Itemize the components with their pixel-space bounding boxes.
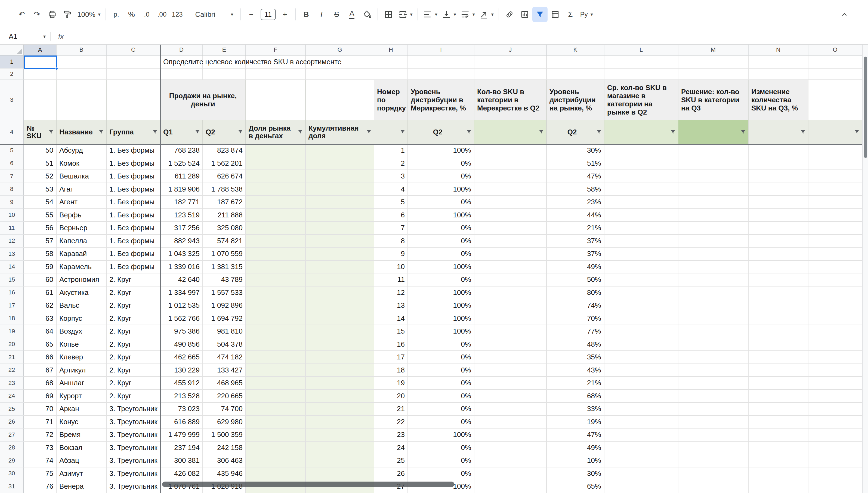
cell-J7[interactable] xyxy=(474,170,547,183)
cell-G7[interactable] xyxy=(306,170,374,183)
cell-E24[interactable]: 220 665 xyxy=(203,390,246,403)
paint-format-button[interactable] xyxy=(60,7,75,22)
cell-H10[interactable]: 6 xyxy=(374,209,408,222)
more-formats-button[interactable]: 123 xyxy=(170,7,185,22)
cell-C29[interactable]: 3. Треугольник xyxy=(107,454,160,467)
cell-N29[interactable] xyxy=(748,454,808,467)
cell-B10[interactable]: Верфь xyxy=(57,209,107,222)
row-header-18[interactable]: 18 xyxy=(0,312,24,325)
cell-O22[interactable] xyxy=(808,364,862,377)
cell-O16[interactable] xyxy=(808,286,862,300)
cell-M25[interactable] xyxy=(678,403,748,416)
cell-K25[interactable]: 33% xyxy=(547,403,604,416)
cell-K18[interactable]: 70% xyxy=(547,312,604,325)
cell-F12[interactable] xyxy=(246,235,306,248)
column-header-A[interactable]: A xyxy=(24,45,57,56)
cell-C5[interactable]: 1. Без формы xyxy=(107,144,160,157)
row-header-6[interactable]: 6 xyxy=(0,157,24,170)
cell-B28[interactable]: Вокзал xyxy=(57,442,107,455)
functions-button[interactable]: Σ xyxy=(563,7,578,22)
cell-L2[interactable] xyxy=(604,68,678,80)
merge-cells-button[interactable]: ▾ xyxy=(396,7,415,22)
cell-H11[interactable]: 7 xyxy=(374,222,408,235)
cell-E9[interactable]: 187 672 xyxy=(203,196,246,209)
cell-A2[interactable] xyxy=(24,68,57,80)
cell-A21[interactable]: 66 xyxy=(24,351,57,364)
cell-L28[interactable] xyxy=(604,442,678,455)
column-header-E[interactable]: E xyxy=(203,45,246,56)
cell-G26[interactable] xyxy=(306,416,374,429)
cell-G12[interactable] xyxy=(306,235,374,248)
cell-C24[interactable]: 2. Круг xyxy=(107,390,160,403)
row-header-9[interactable]: 9 xyxy=(0,196,24,209)
cell-L23[interactable] xyxy=(604,377,678,390)
cell-O19[interactable] xyxy=(808,325,862,338)
cell-O7[interactable] xyxy=(808,170,862,183)
group-header-7[interactable]: Уровень дистрибуции в Мерикрестке, % xyxy=(408,80,474,120)
column-header-G[interactable]: G xyxy=(306,45,374,56)
cell-D5[interactable]: 768 238 xyxy=(160,144,203,157)
text-rotation-button[interactable]: ▾ xyxy=(477,7,496,22)
cell-A10[interactable]: 55 xyxy=(24,209,57,222)
cell-L8[interactable] xyxy=(604,183,678,196)
filter-header-I4[interactable]: Q2 xyxy=(408,120,474,144)
text-color-button[interactable]: A xyxy=(344,7,360,22)
row-header-19[interactable]: 19 xyxy=(0,325,24,338)
cell-H14[interactable]: 10 xyxy=(374,261,408,274)
cell-J19[interactable] xyxy=(474,325,547,338)
cell-F29[interactable] xyxy=(246,454,306,467)
cell-F28[interactable] xyxy=(246,442,306,455)
cell-G10[interactable] xyxy=(306,209,374,222)
cell-K27[interactable]: 47% xyxy=(547,429,604,442)
cell-A19[interactable]: 64 xyxy=(24,325,57,338)
filter-icon[interactable] xyxy=(399,129,406,135)
cell-K23[interactable]: 21% xyxy=(547,377,604,390)
cell-L15[interactable] xyxy=(604,274,678,286)
cell-N26[interactable] xyxy=(748,416,808,429)
cell-K28[interactable]: 49% xyxy=(547,442,604,455)
row-header-23[interactable]: 23 xyxy=(0,377,24,390)
cell-O26[interactable] xyxy=(808,416,862,429)
decrease-decimal-button[interactable]: .0 xyxy=(139,7,154,22)
cell-H25[interactable]: 21 xyxy=(374,403,408,416)
filter-icon[interactable] xyxy=(48,129,55,135)
cell-M30[interactable] xyxy=(678,467,748,480)
cell-A12[interactable]: 57 xyxy=(24,235,57,248)
row-header-3[interactable]: 3 xyxy=(0,80,24,120)
filter-icon[interactable] xyxy=(152,129,158,135)
cell-L10[interactable] xyxy=(604,209,678,222)
cell-F24[interactable] xyxy=(246,390,306,403)
cell-H9[interactable]: 5 xyxy=(374,196,408,209)
cell-F2[interactable] xyxy=(246,68,306,80)
filter-header-E4[interactable]: Q2 xyxy=(203,120,246,144)
cell-B14[interactable]: Карамель xyxy=(57,261,107,274)
frozen-row-divider[interactable] xyxy=(0,144,862,145)
cell-L30[interactable] xyxy=(604,467,678,480)
cell-K15[interactable]: 50% xyxy=(547,274,604,286)
cell-C8[interactable]: 1. Без формы xyxy=(107,183,160,196)
group-header-11[interactable]: Решение: кол-во SKU в категории на Q3 xyxy=(678,80,748,120)
cell-J25[interactable] xyxy=(474,403,547,416)
cell-E8[interactable]: 1 788 538 xyxy=(203,183,246,196)
column-header-M[interactable]: M xyxy=(678,45,748,56)
cell-I23[interactable]: 0% xyxy=(408,377,474,390)
cell-B15[interactable]: Астрономия xyxy=(57,274,107,286)
cell-E29[interactable]: 306 463 xyxy=(203,454,246,467)
cell-A23[interactable]: 68 xyxy=(24,377,57,390)
filter-header-J4[interactable] xyxy=(474,120,547,144)
cell-I18[interactable]: 100% xyxy=(408,312,474,325)
cell-J20[interactable] xyxy=(474,338,547,351)
cell-M2[interactable] xyxy=(678,68,748,80)
borders-button[interactable] xyxy=(381,7,396,22)
cell-E16[interactable]: 1 557 533 xyxy=(203,286,246,300)
cell-K16[interactable]: 80% xyxy=(547,286,604,300)
filter-header-D4[interactable]: Q1 xyxy=(160,120,203,144)
cell-B12[interactable]: Капелла xyxy=(57,235,107,248)
cell-C27[interactable]: 3. Треугольник xyxy=(107,429,160,442)
cell-C22[interactable]: 2. Круг xyxy=(107,364,160,377)
cell-N21[interactable] xyxy=(748,351,808,364)
cell-B27[interactable]: Время xyxy=(57,429,107,442)
cell-B26[interactable]: Конус xyxy=(57,416,107,429)
cell-C6[interactable]: 1. Без формы xyxy=(107,157,160,170)
cell-O12[interactable] xyxy=(808,235,862,248)
